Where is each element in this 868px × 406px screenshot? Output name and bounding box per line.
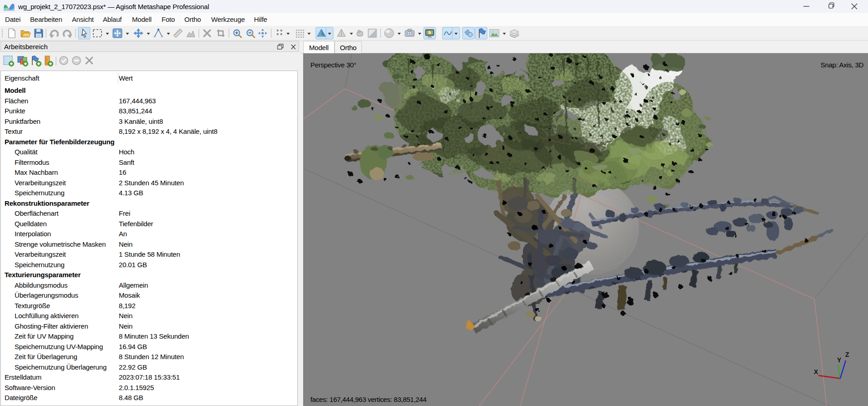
svg-text:Z: Z [845, 351, 849, 358]
svg-text:X: X [814, 368, 818, 376]
svg-text:Y: Y [837, 356, 842, 364]
